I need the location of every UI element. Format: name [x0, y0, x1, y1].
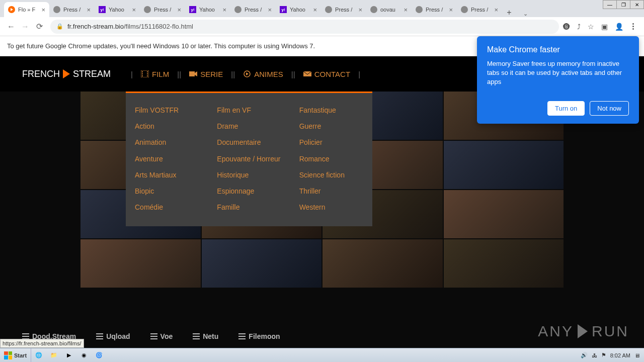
share-icon[interactable]: ⤴ — [577, 23, 581, 31]
logo-right: STREAM — [73, 69, 111, 79]
dropdown-genre-link[interactable]: Documentaire — [217, 134, 281, 150]
list-icon — [96, 333, 103, 339]
dropdown-genre-link[interactable]: Science fiction — [299, 167, 363, 183]
close-window-button[interactable]: ✕ — [630, 0, 644, 9]
new-tab-button[interactable]: + — [502, 8, 516, 17]
browser-tab[interactable]: Press /× — [230, 2, 276, 17]
taskbar-explorer-icon[interactable]: 📁 — [46, 348, 61, 362]
back-button[interactable]: ← — [4, 20, 18, 34]
browser-tab[interactable]: y!Yahoo× — [185, 2, 230, 17]
dropdown-genre-link[interactable]: Famille — [217, 199, 281, 215]
dropdown-genre-link[interactable]: Epouvante / Horreur — [217, 151, 281, 167]
tab-close-icon[interactable]: × — [41, 6, 45, 14]
svg-rect-16 — [150, 333, 157, 334]
list-icon — [150, 333, 157, 339]
tab-close-icon[interactable]: × — [404, 6, 408, 14]
svg-rect-5 — [147, 73, 148, 74]
tab-list-dropdown[interactable]: ⌄ — [520, 11, 531, 17]
stream-source-tab[interactable]: Voe — [150, 332, 173, 340]
stream-source-tab[interactable]: Filemoon — [238, 332, 280, 340]
nav-film[interactable]: |FILM| — [131, 56, 179, 92]
taskbar-ie-icon[interactable]: 🌐 — [31, 348, 46, 362]
browser-tab[interactable]: Press /× — [49, 2, 95, 17]
watermark-triangle-icon — [578, 324, 588, 338]
nav-serie[interactable]: |SERIE| — [179, 56, 233, 92]
minimize-button[interactable]: — — [603, 0, 617, 9]
forward-button[interactable]: → — [18, 20, 32, 34]
address-field[interactable]: 🔒 fr.french-stream.bio/films/15116802-fl… — [50, 20, 559, 34]
taskbar-media-icon[interactable]: ▶ — [61, 348, 76, 362]
dropdown-genre-link[interactable]: Drame — [217, 118, 281, 134]
tab-close-icon[interactable]: × — [494, 6, 498, 14]
tab-close-icon[interactable]: × — [222, 6, 226, 14]
maximize-button[interactable]: ❐ — [616, 0, 630, 9]
tab-close-icon[interactable]: × — [177, 6, 181, 14]
tray-clock[interactable]: 8:02 AM — [610, 352, 630, 358]
svg-rect-13 — [96, 333, 103, 334]
dropdown-genre-link[interactable]: Biopic — [135, 183, 199, 199]
yahoo-favicon-icon: y! — [99, 6, 106, 13]
tab-close-icon[interactable]: × — [358, 6, 362, 14]
tray-monitor-icon[interactable]: 🖥 — [634, 352, 640, 358]
grey-favicon-icon — [234, 6, 242, 13]
tab-close-icon[interactable]: × — [268, 6, 272, 14]
tray-network-icon[interactable]: 🖧 — [592, 352, 597, 358]
dropdown-genre-link[interactable]: Action — [135, 118, 199, 134]
dropdown-genre-link[interactable]: Espionnage — [217, 183, 281, 199]
dropdown-genre-link[interactable]: Aventure — [135, 151, 199, 167]
svg-rect-6 — [147, 75, 148, 76]
taskbar-edge-icon[interactable]: 🌀 — [92, 348, 107, 362]
profile-icon[interactable]: 👤 — [615, 23, 623, 31]
film-dropdown: Film VOSTFRActionAnimationAventureArts M… — [126, 93, 372, 226]
tab-close-icon[interactable]: × — [87, 6, 91, 14]
dropdown-genre-link[interactable]: Fantastique — [299, 102, 363, 118]
dropdown-genre-link[interactable]: Policier — [299, 134, 363, 150]
camera-icon — [189, 70, 197, 77]
dropdown-genre-link[interactable]: Thriller — [299, 183, 363, 199]
dropdown-genre-link[interactable]: Guerre — [299, 118, 363, 134]
dropdown-genre-link[interactable]: Film VOSTFR — [135, 102, 199, 118]
translate-icon[interactable]: 🅖 — [563, 23, 570, 31]
browser-tab[interactable]: y!Yahoo× — [276, 2, 321, 17]
tab-label: oovau — [380, 7, 401, 13]
url-bar: ← → ⟳ 🔒 fr.french-stream.bio/films/15116… — [0, 17, 644, 36]
side-panel-icon[interactable]: ▣ — [601, 23, 608, 31]
dropdown-genre-link[interactable]: Film en VF — [217, 102, 281, 118]
tab-close-icon[interactable]: × — [449, 6, 453, 14]
svg-rect-19 — [193, 333, 200, 334]
tray-volume-icon[interactable]: 🔊 — [581, 352, 588, 358]
stream-source-tab[interactable]: Netu — [193, 332, 218, 340]
browser-tab[interactable]: Press /× — [140, 2, 185, 17]
bookmark-star-icon[interactable]: ☆ — [588, 23, 594, 31]
browser-tab[interactable]: Press /× — [321, 2, 366, 17]
not-now-button[interactable]: Not now — [590, 101, 629, 116]
browser-tab[interactable]: oovau× — [366, 2, 412, 17]
nav-underline — [126, 92, 372, 93]
reload-button[interactable]: ⟳ — [32, 20, 46, 34]
dropdown-genre-link[interactable]: Arts Martiaux — [135, 167, 199, 183]
dropdown-genre-link[interactable]: Historique — [217, 167, 281, 183]
browser-tab[interactable]: Flo » F× — [4, 2, 49, 17]
dropdown-genre-link[interactable]: Western — [299, 199, 363, 215]
browser-tab[interactable]: Press /× — [412, 2, 457, 17]
browser-tab[interactable]: Press /× — [457, 2, 502, 17]
browser-tab[interactable]: y!Yahoo× — [95, 2, 140, 17]
nav-contact[interactable]: |CONTACT| — [293, 56, 360, 92]
svg-rect-15 — [96, 338, 103, 339]
menu-dots-icon[interactable] — [630, 21, 636, 32]
dropdown-genre-link[interactable]: Animation — [135, 134, 199, 150]
taskbar-chrome-icon[interactable]: ◉ — [76, 348, 92, 362]
window-controls: — ❐ ✕ — [603, 0, 644, 9]
start-button[interactable]: Start — [0, 348, 31, 362]
nav-animes[interactable]: |ANIMES| — [233, 56, 293, 92]
site-logo[interactable]: FRENCH STREAM — [22, 69, 111, 79]
stream-source-tab[interactable]: Uqload — [96, 332, 130, 340]
tray-flag-icon[interactable]: ⚑ — [601, 352, 606, 358]
dropdown-genre-link[interactable]: Romance — [299, 151, 363, 167]
tab-close-icon[interactable]: × — [313, 6, 317, 14]
popup-title: Make Chrome faster — [487, 45, 629, 54]
turn-on-button[interactable]: Turn on — [547, 101, 585, 116]
dropdown-genre-link[interactable]: Comédie — [135, 199, 199, 215]
tab-label: Yahoo — [290, 7, 311, 13]
tab-close-icon[interactable]: × — [132, 6, 136, 14]
